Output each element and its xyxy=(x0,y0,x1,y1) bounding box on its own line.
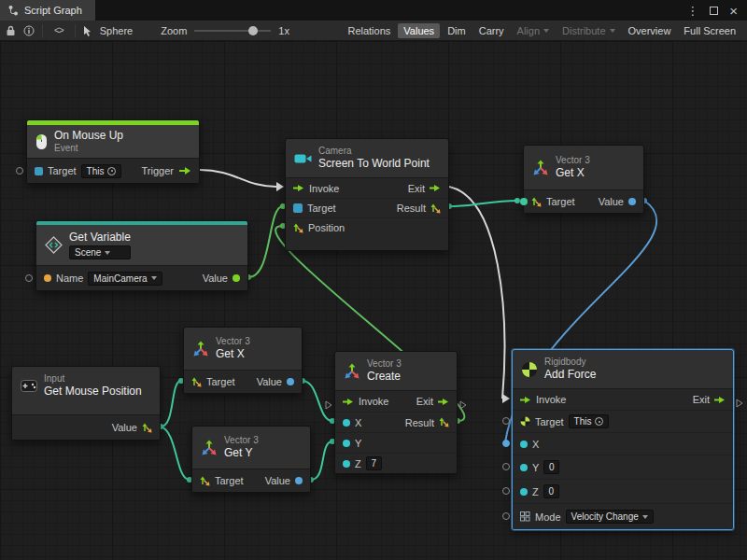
wire-mousepos-to-gety[interactable] xyxy=(161,427,190,480)
y-outer-port[interactable] xyxy=(502,463,510,470)
dim-label: Dim xyxy=(447,25,466,36)
kebab-menu-icon[interactable]: ⋮ xyxy=(686,4,698,18)
selected-object-label[interactable]: Sphere xyxy=(100,25,133,36)
node-type-label: Input xyxy=(44,373,142,385)
float-port-icon[interactable] xyxy=(520,441,528,448)
target-this-chip[interactable]: This xyxy=(81,164,122,178)
target-input-port[interactable] xyxy=(520,198,528,205)
flow-in-icon[interactable] xyxy=(293,184,304,192)
port-row: Invoke Exit xyxy=(286,178,448,198)
value-output-port[interactable] xyxy=(295,477,303,484)
target-outer-port[interactable] xyxy=(502,417,510,425)
float-port-icon[interactable] xyxy=(343,419,350,427)
z-value-field[interactable]: 0 xyxy=(543,484,559,498)
string-port-icon[interactable] xyxy=(44,274,51,282)
graph-toolbar: <> Sphere Zoom 1x Relations Values Dim C… xyxy=(0,21,747,41)
vector3-port-icon[interactable] xyxy=(531,197,542,207)
rigidbody-type-icon[interactable] xyxy=(520,416,530,427)
zoom-slider[interactable] xyxy=(194,24,271,37)
value-output-port[interactable] xyxy=(233,274,240,282)
node-add-force[interactable]: Rigidbody Add Force Invoke Exit xyxy=(512,349,734,530)
x-outer-port[interactable] xyxy=(502,440,510,447)
variable-icon xyxy=(45,236,63,254)
vector3-port-icon[interactable] xyxy=(142,423,152,433)
node-get-variable[interactable]: Get Variable Scene Name MainCamera Value xyxy=(35,220,248,291)
float-port-icon[interactable] xyxy=(343,460,350,468)
wire-trigger-to-invoke[interactable] xyxy=(200,170,276,187)
vector3-port-icon[interactable] xyxy=(191,377,202,387)
target-this-chip[interactable]: This xyxy=(569,414,610,428)
z-port-label: Z xyxy=(532,486,539,497)
event-input-port[interactable] xyxy=(16,167,23,175)
enum-port-icon[interactable] xyxy=(520,511,530,522)
align-button[interactable]: Align xyxy=(512,23,555,38)
name-input-port[interactable] xyxy=(25,274,33,282)
fullscreen-button[interactable]: Full Screen xyxy=(678,23,741,38)
wire-variable-to-target[interactable] xyxy=(248,206,283,277)
wire-mousepos-to-getx[interactable] xyxy=(161,381,181,427)
float-port-icon[interactable] xyxy=(520,488,528,496)
dim-button[interactable]: Dim xyxy=(442,23,472,38)
zoom-slider-track[interactable] xyxy=(194,30,271,32)
float-port-icon[interactable] xyxy=(343,440,350,447)
node-get-y[interactable]: Vector 3 Get Y Target Value xyxy=(191,426,311,493)
relations-button[interactable]: Relations xyxy=(342,23,396,38)
variable-scope-dropdown[interactable]: Scene xyxy=(69,245,131,259)
value-output-port[interactable] xyxy=(628,198,636,205)
node-type-label: Vector 3 xyxy=(216,336,250,347)
vector3-port-icon[interactable] xyxy=(430,203,441,214)
lock-icon[interactable] xyxy=(6,25,16,36)
distribute-button[interactable]: Distribute xyxy=(557,23,620,38)
mode-dropdown[interactable]: Velocity Change xyxy=(566,510,654,524)
carry-label: Carry xyxy=(479,25,504,36)
y-value-field[interactable]: 0 xyxy=(543,460,559,474)
target-this-value: This xyxy=(574,416,592,427)
zoom-value: 1x xyxy=(278,25,289,36)
overview-button[interactable]: Overview xyxy=(623,23,677,38)
z-value-field[interactable]: 7 xyxy=(366,456,382,470)
flow-arrow-icon[interactable] xyxy=(438,398,449,406)
value-output-port[interactable] xyxy=(287,378,294,385)
node-create-vector3[interactable]: Vector 3 Create Invoke Exit xyxy=(334,351,458,474)
flow-arrow-icon[interactable] xyxy=(430,184,441,192)
flow-arrow-icon[interactable] xyxy=(178,166,191,175)
mouse-icon xyxy=(35,133,48,150)
values-button[interactable]: Values xyxy=(398,23,440,38)
x-port-label: X xyxy=(355,417,361,428)
node-get-x-mid[interactable]: Vector 3 Get X Target Value xyxy=(183,327,303,394)
chevron-down-icon xyxy=(610,29,615,33)
input-device-icon xyxy=(21,380,37,392)
node-screen-to-world-point[interactable]: Camera Screen To World Point Invoke Exit… xyxy=(285,138,449,251)
node-on-mouse-up[interactable]: On Mouse Up Event Target This Trigger xyxy=(26,119,200,184)
mode-outer-port[interactable] xyxy=(502,512,510,520)
camera-type-icon[interactable] xyxy=(293,203,303,213)
tab-script-graph[interactable]: Script Graph xyxy=(0,0,95,21)
variable-name-dropdown[interactable]: MainCamera xyxy=(88,272,162,286)
zoom-slider-handle[interactable] xyxy=(248,26,258,35)
node-get-x-top[interactable]: Vector 3 Get X Target Value xyxy=(523,145,644,214)
exit-outer-port[interactable] xyxy=(736,395,743,412)
vector3-port-icon[interactable] xyxy=(293,223,303,233)
name-port-label: Name xyxy=(56,273,83,284)
z-outer-port[interactable] xyxy=(502,487,510,495)
node-get-mouse-position[interactable]: Input Get Mouse Position Value xyxy=(11,366,161,441)
flow-in-icon[interactable] xyxy=(520,396,531,404)
port-row: Target Value xyxy=(524,190,643,213)
vector3-port-icon[interactable] xyxy=(200,476,210,486)
carry-button[interactable]: Carry xyxy=(473,23,510,38)
invoke-outer-port[interactable] xyxy=(325,397,332,413)
info-icon[interactable] xyxy=(23,25,35,36)
wire-gety-to-create-y[interactable] xyxy=(311,441,332,480)
exit-outer-port[interactable] xyxy=(459,397,467,413)
graph-canvas[interactable]: On Mouse Up Event Target This Trigger xyxy=(0,41,747,560)
maximize-icon[interactable] xyxy=(710,7,718,15)
tab-title: Script Graph xyxy=(24,5,82,16)
float-port-icon[interactable] xyxy=(520,464,528,471)
variable-scope-value: Scene xyxy=(75,247,101,259)
flow-arrow-icon[interactable] xyxy=(714,396,726,404)
close-icon[interactable]: × xyxy=(729,3,738,19)
vector3-port-icon[interactable] xyxy=(439,417,449,427)
wire-result-to-getx-target[interactable] xyxy=(449,201,517,206)
flow-in-icon[interactable] xyxy=(343,398,354,406)
code-editor-icon[interactable]: <> xyxy=(50,25,67,35)
